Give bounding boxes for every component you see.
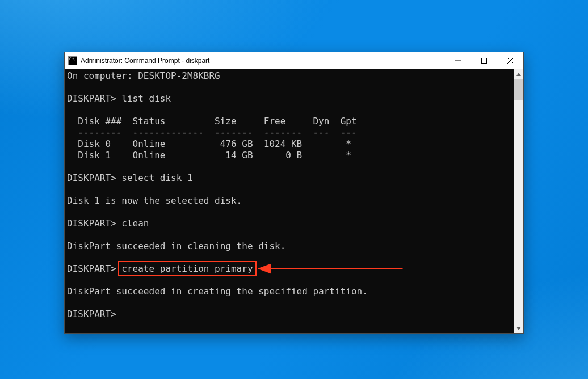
- line: DISKPART> select disk 1: [67, 172, 193, 183]
- maximize-button[interactable]: [471, 52, 497, 69]
- scroll-thumb[interactable]: [514, 79, 523, 100]
- line: -------- ------------- ------- ------- -…: [67, 127, 357, 138]
- highlighted-command: create partition primary: [121, 263, 253, 274]
- vertical-scrollbar[interactable]: [514, 69, 523, 333]
- scroll-down-button[interactable]: [514, 323, 523, 333]
- line: Disk 1 Online 14 GB 0 B *: [67, 150, 351, 161]
- minimize-button[interactable]: [445, 52, 471, 69]
- line: DISKPART> clean: [67, 218, 149, 229]
- svg-rect-1: [482, 58, 487, 64]
- cmd-window: Administrator: Command Prompt - diskpart…: [64, 52, 524, 334]
- line: Disk 1 is now the selected disk.: [67, 195, 242, 206]
- client-area: On computer: DESKTOP-2M8KBRG DISKPART> l…: [65, 69, 523, 333]
- line: DISKPART> list disk: [67, 93, 171, 104]
- line: DiskPart succeeded in cleaning the disk.: [67, 241, 285, 251]
- line: Disk 0 Online 476 GB 1024 KB *: [67, 138, 351, 149]
- line: DISKPART> create partition primary: [67, 263, 253, 274]
- line: DiskPart succeeded in creating the speci…: [67, 286, 368, 297]
- close-button[interactable]: [497, 52, 523, 69]
- titlebar[interactable]: Administrator: Command Prompt - diskpart: [65, 52, 523, 69]
- cmd-icon: [68, 56, 77, 65]
- scroll-up-button[interactable]: [514, 69, 523, 79]
- window-controls: [445, 52, 523, 69]
- terminal-output[interactable]: On computer: DESKTOP-2M8KBRG DISKPART> l…: [65, 69, 514, 333]
- line: On computer: DESKTOP-2M8KBRG: [67, 70, 220, 81]
- window-title: Administrator: Command Prompt - diskpart: [81, 57, 445, 65]
- line: DISKPART>: [67, 309, 116, 319]
- line: Disk ### Status Size Free Dyn Gpt: [67, 116, 357, 127]
